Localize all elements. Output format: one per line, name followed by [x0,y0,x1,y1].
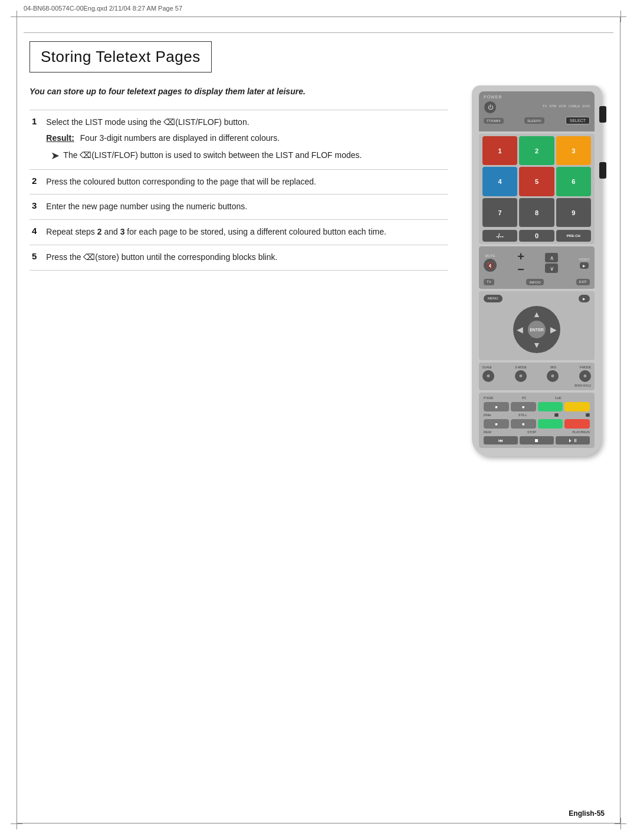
mode-buttons-row: ⊕ ⊕ ⊕ ⊕ [482,370,591,382]
p-size-button[interactable]: ■ [484,402,509,411]
red-label: ⬛ [586,413,590,417]
step-content-1: Select the LIST mode using the ⌫(LIST/FL… [44,110,448,170]
step-content-5: Press the ⌫(store) button until the corr… [44,245,448,270]
exit-button[interactable]: EXIT [576,279,590,285]
p-mode-button[interactable]: ⊕ [579,370,591,382]
page-border-top [17,17,620,17]
green-button-2[interactable] [538,419,563,429]
menu-row: MENU ▶ [484,295,590,302]
zero-row: -/-- 0 PRE-CH [482,230,591,242]
page-border-left [17,17,17,823]
power-row: POWER [484,95,590,99]
step-1-text: Select the LIST mode using the ⌫(LIST/FL… [46,116,446,129]
pc-button[interactable]: ■ [511,402,536,411]
transport-buttons: ⏮ ⏹ ⏵⏸ [484,436,590,444]
nav-right-arrow[interactable]: ▶ [550,325,557,334]
video-label: VIDEO [579,258,590,261]
num-btn-prech[interactable]: PRE-CH [556,230,591,242]
tv-labels: TV STB VCR CABLE DVD [543,104,590,108]
step-number-4: 4 [29,220,44,245]
nav-down-arrow[interactable]: ▼ [533,340,541,350]
numpad-section: 1 2 3 4 5 6 7 8 9 -/-- 0 PRE-CH [479,134,595,244]
page-border-bottom [17,823,620,823]
cod-label: CoD [555,396,562,400]
model-number: BN59-00412 [482,384,591,387]
num-btn-dash[interactable]: -/-- [482,230,517,242]
volume-up-button[interactable]: + [517,250,524,263]
channel-down-button[interactable]: ∨ [545,263,558,273]
s-mode-label: S MODE [515,365,527,369]
step-content-3: Enter the new page number using the nume… [44,195,448,220]
power-button[interactable]: ⏻ [484,101,497,114]
dnie-label: DNIe [484,413,491,417]
table-row: 4 Repeat steps 2 and 3 for each page to … [29,220,448,245]
s-mode-button[interactable]: ⊕ [515,370,527,382]
nav-section: MENU ▶ ▲ ▼ ◀ ▶ ENTER [479,291,595,360]
crosshair-top-right [615,11,626,22]
num-btn-3[interactable]: 3 [556,136,591,165]
play-pause-label: PLAY/PAUS [572,430,590,434]
green-label: ⬛ [554,413,559,417]
ttx-mix-button[interactable]: TTX/MIX [484,118,504,124]
info-button[interactable]: INFO⊙ [526,279,543,285]
num-btn-4[interactable]: 4 [482,167,517,196]
note-text: The ⌫(LIST/FLOF) button is used to switc… [63,149,362,162]
yellow-button[interactable] [564,402,590,411]
channel-up-button[interactable]: ∧ [545,253,558,262]
crosshair-bottom-left [11,818,22,829]
nav-up-arrow[interactable]: ▲ [533,309,541,319]
table-row: 5 Press the ⌫(store) button until the co… [29,245,448,270]
select-button[interactable]: SELECT [566,117,590,124]
nav-left-arrow[interactable]: ◀ [517,325,523,334]
num-btn-1[interactable]: 1 [482,136,517,165]
menu-button[interactable]: MENU [484,295,503,302]
stop-label: STOP [527,430,536,434]
sleep-button[interactable]: SLEEP⊙ [524,117,544,124]
num-btn-0[interactable]: 0 [519,230,554,242]
nav-circle: ▲ ▼ ◀ ▶ ENTER [513,306,560,353]
channel-control: ∧ ∨ [545,253,558,273]
intro-text: You can store up to four teletext pages … [29,85,448,98]
video-section: VIDEO ▶ [579,258,590,269]
step-number-3: 3 [29,195,44,220]
stop-button[interactable]: ⏹ [520,436,554,444]
red-button[interactable] [564,419,590,429]
step-content-4: Repeat steps 2 and 3 for each page to be… [44,220,448,245]
top-divider [24,32,613,33]
tv-button[interactable]: TV [484,279,494,285]
green-button[interactable] [538,402,563,411]
vcr-color-buttons: ■ ■ [484,402,590,411]
num-btn-5[interactable]: 5 [519,167,554,196]
nav-circle-wrapper: ▲ ▼ ◀ ▶ ENTER [484,306,590,353]
title-box: Storing Teletext Pages [29,41,212,73]
step-content-2: Press the coloured button corresponding … [44,169,448,195]
rew-button[interactable]: ⏮ [484,436,518,444]
num-btn-9[interactable]: 9 [556,198,591,227]
still-button[interactable]: ■ [511,419,536,429]
num-btn-6[interactable]: 6 [556,167,591,196]
step-number-2: 2 [29,169,44,195]
enter-button[interactable]: ENTER [528,321,546,338]
dual-button[interactable]: ⊕ [482,370,494,382]
two-col-layout: You can store up to four teletext pages … [29,85,608,456]
transport-labels: REW STOP PLAY/PAUS [484,430,590,434]
video-button[interactable]: ▶ [580,262,589,269]
play-pause-button[interactable]: ⏵⏸ [556,436,590,444]
srs-button[interactable]: ⊕ [547,370,559,382]
dnie-button[interactable]: ■ [484,419,509,429]
step-1-result: Result: Four 3-digit numbers are display… [46,132,446,145]
num-btn-8[interactable]: 8 [519,198,554,227]
num-btn-7[interactable]: 7 [482,198,517,227]
mute-button[interactable]: 🔇 [484,259,497,272]
rew-label: REW [484,430,491,434]
volume-down-button[interactable]: − [517,263,524,276]
mode-section: DUALⅡ S MODE SRS P.MODE ⊕ ⊕ ⊕ ⊕ BN59-004… [479,363,595,390]
enter-side-button[interactable]: ▶ [579,295,590,302]
page-border-right [620,17,620,823]
mute-label: MUTE [485,254,495,258]
num-btn-2[interactable]: 2 [519,136,554,165]
table-row: 3 Enter the new page number using the nu… [29,195,448,220]
remote-mid-section: MUTE 🔇 + − ∧ ∨ [479,246,595,289]
table-row: 1 Select the LIST mode using the ⌫(LIST/… [29,110,448,170]
numpad: 1 2 3 4 5 6 7 8 9 [482,136,591,227]
